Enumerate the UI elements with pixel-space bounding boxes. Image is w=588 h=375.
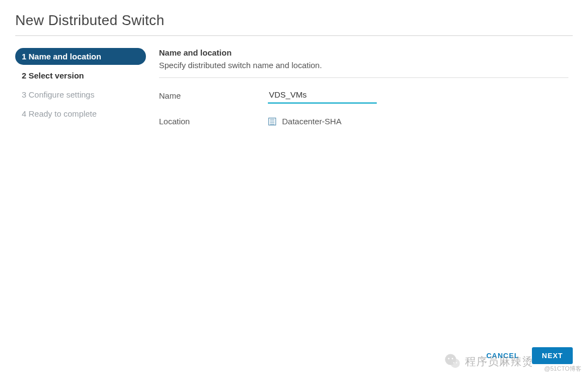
section-heading: Name and location [159, 48, 568, 57]
step-configure-settings: 3 Configure settings [15, 86, 146, 103]
wechat-icon [443, 352, 462, 371]
svg-point-6 [451, 359, 460, 368]
watermark-badge: 程序员麻辣烫 [443, 352, 534, 371]
step-name-and-location[interactable]: 1 Name and location [15, 48, 146, 65]
watermark-text: 程序员麻辣烫 [465, 354, 534, 369]
location-label: Location [159, 117, 268, 126]
location-value: Datacenter-SHA [282, 117, 341, 126]
dialog-body: 1 Name and location 2 Select version 3 C… [15, 48, 573, 139]
location-value-cell: Datacenter-SHA [268, 117, 341, 126]
new-distributed-switch-dialog: New Distributed Switch 1 Name and locati… [0, 0, 588, 375]
section-divider [159, 77, 568, 78]
svg-point-8 [452, 358, 454, 360]
svg-point-7 [448, 358, 450, 360]
name-input-wrap [268, 88, 377, 104]
title-divider [15, 35, 573, 36]
location-row: Location Datacenter-SHA [159, 117, 568, 126]
svg-point-9 [453, 362, 454, 363]
name-row: Name [159, 88, 568, 104]
dialog-title: New Distributed Switch [15, 12, 573, 29]
step-ready-to-complete: 4 Ready to complete [15, 105, 146, 122]
watermark-source: @51CTO博客 [544, 365, 581, 373]
svg-point-10 [456, 362, 457, 363]
name-input[interactable] [268, 88, 377, 104]
datacenter-icon [268, 117, 277, 126]
section-subheading: Specify distributed switch name and loca… [159, 61, 568, 70]
step-select-version[interactable]: 2 Select version [15, 67, 146, 84]
wizard-main-panel: Name and location Specify distributed sw… [146, 48, 573, 139]
wizard-steps: 1 Name and location 2 Select version 3 C… [15, 48, 146, 139]
name-label: Name [159, 91, 268, 100]
next-button[interactable]: NEXT [532, 347, 573, 364]
